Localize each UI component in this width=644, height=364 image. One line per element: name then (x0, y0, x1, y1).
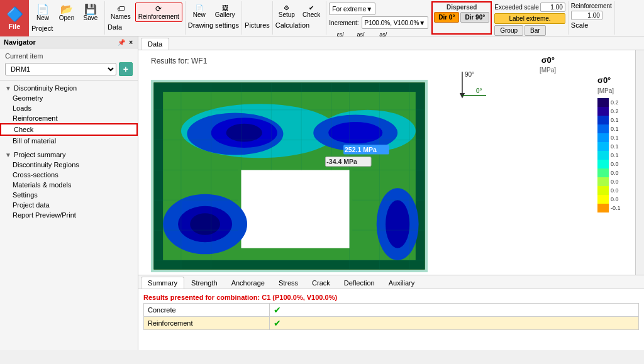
tab-stress[interactable]: Stress (272, 277, 305, 289)
nav-discontinuity-region[interactable]: ▼ Discontinuity Region (0, 83, 138, 93)
navigator-content: ▼ Discontinuity Region Geometry Loads Re… (0, 80, 138, 350)
navigator-header: Navigator 📌 × (0, 36, 138, 48)
new-icon: 📄 (36, 4, 49, 14)
legend-color-swatch (597, 168, 609, 177)
tab-crack[interactable]: Crack (305, 277, 337, 289)
legend-value: 0.0 (611, 170, 619, 176)
results-table: Concrete ✔Reinforcement ✔ (143, 303, 639, 330)
legend-color-swatch (597, 133, 609, 142)
bottom-content: Results presented for combination: C1 (P… (138, 289, 644, 350)
row-status: ✔ (270, 304, 639, 317)
nav-close-icon[interactable]: × (128, 39, 134, 46)
data-label: Data (108, 23, 182, 31)
collapse-icon: ▼ (5, 85, 11, 92)
nav-project-summary[interactable]: ▼ Project summary (0, 150, 138, 160)
legend-color-swatch (597, 177, 609, 186)
nav-settings[interactable]: Settings (0, 190, 138, 200)
sigma-label: σ0° (541, 55, 555, 65)
row-status: ✔ (270, 317, 639, 330)
data-section: 🏷 Names ⟳ Reinforcement Data (105, 1, 186, 35)
reinforcement-button[interactable]: ⟳ Reinforcement (135, 3, 182, 22)
project-section: 📄 New 📂 Open 💾 Save Project (29, 1, 105, 35)
svg-point-12 (226, 124, 262, 142)
reinforcement-scale-input[interactable] (571, 11, 602, 20)
results-combination: Results presented for combination: C1 (P… (143, 292, 639, 303)
tab-anchorage[interactable]: Anchorage (225, 277, 272, 289)
legend-value: 0.0 (611, 187, 619, 194)
add-item-button[interactable]: + (119, 62, 133, 76)
legend-color-swatch (597, 186, 609, 195)
open-button[interactable]: 📂 Open (55, 3, 78, 23)
exceeded-scale-input[interactable] (540, 3, 565, 12)
legend-value: 0.0 (611, 196, 619, 202)
bar-button[interactable]: Bar (525, 25, 546, 36)
for-extreme-dropdown[interactable]: For extreme ▼ (329, 3, 375, 15)
legend-value: 0.1 (611, 143, 619, 150)
nav-disc-regions[interactable]: Discontinuity Regions (0, 160, 138, 170)
nav-report[interactable]: Report Preview/Print (0, 210, 138, 220)
names-button[interactable]: 🏷 Names (108, 3, 134, 22)
legend-value: 0.2 (611, 99, 619, 106)
legend-row: 0.0 (597, 160, 633, 168)
legend-row: 0.1 (597, 116, 633, 124)
pictures-section: Pictures (242, 1, 273, 35)
nav-check[interactable]: Check (0, 123, 138, 136)
legend-row: 0.2 (597, 107, 633, 116)
svg-text:252.1 MPa: 252.1 MPa (345, 146, 377, 153)
nav-project-data[interactable]: Project data (0, 200, 138, 210)
setup-button[interactable]: ⚙ Setup (275, 3, 298, 20)
label-extreme-button[interactable]: Label extreme. (494, 13, 565, 24)
legend-row: 0.0 (597, 195, 633, 204)
gallery-button[interactable]: 🖼 Gallery (212, 3, 238, 20)
group-button[interactable]: Group (494, 25, 523, 36)
nav-materials[interactable]: Materials & models (0, 180, 138, 190)
nav-reinforcement[interactable]: Reinforcement (0, 113, 138, 123)
fem-visualization[interactable]: 252.1 MPa -34.4 MPa (151, 79, 428, 273)
tab-deflection[interactable]: Deflection (337, 277, 382, 289)
data-tab[interactable]: Data (141, 38, 169, 50)
nav-cross-sections[interactable]: Cross-sections (0, 170, 138, 180)
vertical-scrollbar[interactable] (635, 50, 644, 275)
dir90-button[interactable]: Dir 90° (460, 12, 489, 23)
tab-strength[interactable]: Strength (184, 277, 225, 289)
legend-row: 0.1 (597, 124, 633, 133)
legend-row: 0.0 (597, 186, 633, 195)
tab-summary[interactable]: Summary (141, 277, 184, 289)
new2-button[interactable]: 📄 New (188, 3, 211, 20)
nav-bill[interactable]: Bill of material (0, 136, 138, 146)
dir0-button[interactable]: Dir 0° (434, 12, 459, 23)
legend-row: 0.1 (597, 133, 633, 142)
svg-point-18 (190, 213, 220, 234)
legend-value: 0.1 (611, 126, 619, 132)
legend-value: -0.1 (611, 205, 621, 211)
dispersed-label: Dispersed (447, 4, 477, 11)
pictures-label: Pictures (245, 21, 270, 29)
row-name: Reinforcement (144, 317, 270, 330)
axis-container: 90° 0° (450, 70, 487, 109)
new-button[interactable]: 📄 New (31, 3, 54, 23)
check-button[interactable]: ✔ Check (299, 3, 323, 20)
project-label: Project (31, 25, 102, 32)
nav-pin-icon[interactable]: 📌 (116, 39, 126, 46)
navigator-panel: Navigator 📌 × Current item DRM1 + ▼ Disc… (0, 36, 138, 350)
save-button[interactable]: 💾 Save (79, 3, 102, 23)
increment-arrow-icon: ▼ (419, 19, 425, 26)
file-button[interactable]: 🔷 File (0, 0, 29, 36)
drawing-section: 📄 New 🖼 Gallery Drawing settings (186, 1, 242, 35)
legend-row: -0.1 (597, 204, 633, 212)
legend-color-swatch (597, 151, 609, 160)
legend-color-swatch (597, 142, 609, 151)
drawing-label: Drawing settings (188, 21, 239, 29)
legend-sigma-label: σ0° (597, 75, 633, 85)
increment-dropdown[interactable]: P100.0%, V100.0% ▼ (362, 16, 429, 29)
current-item-select[interactable]: DRM1 (5, 63, 116, 75)
nav-loads[interactable]: Loads (0, 103, 138, 113)
current-item-section: Current item DRM1 + (0, 48, 138, 80)
legend-color-swatch (597, 160, 609, 168)
row-name: Concrete (144, 304, 270, 317)
tab-auxiliary[interactable]: Auxiliary (382, 277, 422, 289)
nav-geometry[interactable]: Geometry (0, 93, 138, 103)
color-legend: σ0° [MPa] 0.2 0.2 0.1 0.1 0.1 0.1 0.1 0.… (597, 50, 635, 275)
scale-section: Reinforcement Scale (569, 1, 615, 35)
legend-scale: 0.2 0.2 0.1 0.1 0.1 0.1 0.1 0.0 0.0 0.0 … (597, 98, 633, 212)
